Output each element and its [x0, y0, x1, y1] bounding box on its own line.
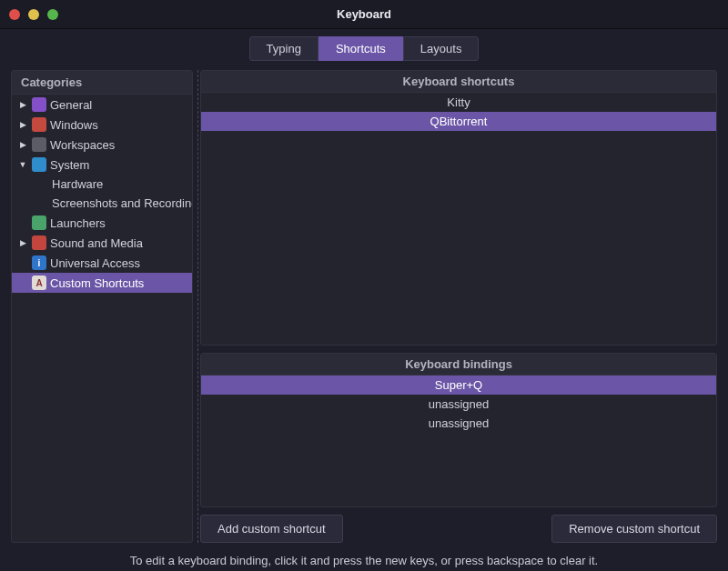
binding-row[interactable]: Super+Q [201, 376, 716, 395]
window-title: Keyboard [0, 7, 728, 21]
close-window-button[interactable] [9, 9, 20, 20]
binding-row[interactable]: unassigned [201, 395, 716, 414]
sidebar-item-label: Sound and Media [50, 236, 143, 250]
categories-sidebar: Categories ▶General▶Windows▶Workspaces▼S… [11, 70, 193, 543]
sidebar-item-label: Hardware [52, 177, 103, 191]
sidebar-item-custom-shortcuts[interactable]: ACustom Shortcuts [12, 273, 192, 293]
binding-row[interactable]: unassigned [201, 414, 716, 433]
categories-header: Categories [12, 71, 192, 95]
chevron-right-icon: ▶ [17, 120, 28, 129]
sidebar-item-workspaces[interactable]: ▶Workspaces [12, 135, 192, 155]
content-area: Categories ▶General▶Windows▶Workspaces▼S… [0, 70, 728, 543]
sound-icon [32, 235, 46, 250]
sidebar-item-label: System [50, 158, 89, 172]
general-icon [32, 97, 46, 112]
windows-icon [32, 117, 46, 132]
right-column: Keyboard shortcuts KittyQBittorrent Keyb… [200, 70, 717, 543]
shortcut-row[interactable]: QBittorrent [201, 112, 716, 131]
chevron-right-icon: ▶ [17, 100, 28, 109]
sidebar-item-label: Launchers [50, 216, 106, 230]
chevron-down-icon: ▼ [17, 160, 28, 169]
minimize-window-button[interactable] [28, 9, 39, 20]
sidebar-item-general[interactable]: ▶General [12, 95, 192, 115]
sidebar-item-label: General [50, 98, 92, 112]
hint-text: To edit a keyboard binding, click it and… [0, 543, 728, 567]
sidebar-item-sound-and-media[interactable]: ▶Sound and Media [12, 233, 192, 253]
workspaces-icon [32, 137, 46, 152]
sidebar-item-system[interactable]: ▼System [12, 155, 192, 175]
launchers-icon [32, 215, 46, 230]
chevron-right-icon: ▶ [17, 140, 28, 149]
custom-shortcuts-icon: A [32, 275, 46, 290]
shortcut-row[interactable]: Kitty [201, 93, 716, 112]
sidebar-item-label: Workspaces [50, 138, 115, 152]
sidebar-item-screenshots-and-recording[interactable]: Screenshots and Recording [12, 194, 192, 213]
system-icon [32, 157, 46, 172]
sidebar-item-label: Custom Shortcuts [50, 276, 144, 290]
tab-bar: TypingShortcutsLayouts [0, 29, 728, 70]
maximize-window-button[interactable] [47, 9, 58, 20]
sidebar-item-label: Screenshots and Recording [52, 196, 192, 210]
shortcuts-panel: Keyboard shortcuts KittyQBittorrent [200, 70, 717, 346]
sidebar-item-windows[interactable]: ▶Windows [12, 115, 192, 135]
sidebar-item-launchers[interactable]: Launchers [12, 213, 192, 233]
window-controls [0, 9, 58, 20]
button-row: Add custom shortcut Remove custom shortc… [200, 515, 717, 543]
sidebar-item-universal-access[interactable]: iUniversal Access [12, 253, 192, 273]
universal-access-icon: i [32, 255, 46, 270]
pane-splitter[interactable] [193, 70, 198, 543]
remove-custom-shortcut-button[interactable]: Remove custom shortcut [551, 515, 717, 543]
categories-list: ▶General▶Windows▶Workspaces▼SystemHardwa… [12, 95, 192, 542]
chevron-right-icon: ▶ [17, 238, 28, 247]
sidebar-item-label: Universal Access [50, 256, 140, 270]
bindings-panel: Keyboard bindings Super+Qunassignedunass… [200, 353, 717, 507]
titlebar: Keyboard [0, 0, 728, 29]
bindings-header: Keyboard bindings [201, 354, 716, 376]
tab-layouts[interactable]: Layouts [403, 36, 480, 61]
tab-shortcuts[interactable]: Shortcuts [318, 36, 403, 61]
add-custom-shortcut-button[interactable]: Add custom shortcut [200, 515, 343, 543]
sidebar-item-hardware[interactable]: Hardware [12, 175, 192, 194]
sidebar-item-label: Windows [50, 118, 98, 132]
tab-typing[interactable]: Typing [249, 36, 318, 61]
shortcuts-header: Keyboard shortcuts [201, 71, 716, 93]
